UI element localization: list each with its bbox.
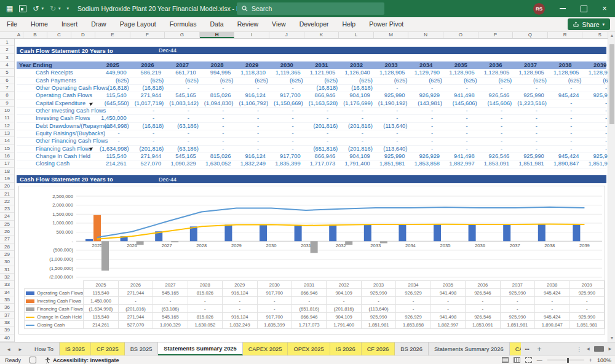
zoom-out-icon[interactable]: — — [537, 357, 542, 363]
cell[interactable]: 449,900 — [95, 69, 130, 76]
cell[interactable]: 994,995 — [200, 69, 235, 76]
column-header-P[interactable]: P — [478, 32, 514, 38]
cell[interactable]: 271,944 — [130, 152, 165, 160]
cell[interactable]: (625) — [582, 77, 608, 84]
menu-tab-insert[interactable]: Insert — [55, 17, 84, 31]
cell[interactable]: 945,424 — [548, 92, 583, 99]
cell[interactable]: (16,818) — [304, 84, 339, 92]
cell[interactable]: 1,791,400 — [339, 160, 374, 167]
column-header-A[interactable]: A — [15, 32, 23, 38]
cell[interactable]: 586,219 — [130, 69, 165, 76]
cell[interactable]: 1,851,981 — [582, 160, 608, 167]
cell[interactable]: (63,186) — [165, 145, 200, 152]
cell[interactable]: - — [130, 114, 165, 122]
cell[interactable]: 866,946 — [304, 92, 339, 99]
cell[interactable]: 1,129,790 — [408, 69, 443, 76]
cell[interactable]: - — [548, 100, 583, 107]
accessibility-status[interactable]: Accessibility: Investigate — [45, 357, 119, 363]
cell[interactable]: - — [165, 107, 200, 114]
cell[interactable]: (625) — [200, 77, 235, 84]
sheet-tab-opex-2025[interactable]: OPEX 2025 — [288, 342, 330, 355]
cell[interactable]: (625) — [165, 77, 200, 84]
cell[interactable]: (625) — [513, 77, 548, 84]
sheet-tab-capex-2025[interactable]: CAPEX 2025 — [243, 342, 288, 355]
cell[interactable]: - — [443, 107, 478, 114]
cell[interactable]: (16,818) — [130, 84, 165, 92]
cell[interactable]: 661,710 — [165, 69, 200, 76]
cell[interactable]: (1,094,830) — [200, 100, 235, 107]
cell[interactable]: 1,090,329 — [165, 160, 200, 167]
cell[interactable]: - — [165, 130, 200, 137]
cell[interactable]: - — [513, 137, 548, 144]
cell[interactable]: 1,128,905 — [478, 69, 514, 76]
cell[interactable]: 925,990 — [582, 152, 608, 160]
cell[interactable]: - — [582, 107, 608, 114]
cell[interactable]: 926,929 — [408, 92, 443, 99]
column-header-O[interactable]: O — [443, 32, 478, 38]
cell[interactable]: - — [269, 84, 304, 92]
column-header-F[interactable]: F — [130, 32, 165, 38]
sheet-tab-is-2025[interactable]: IS 2025 — [60, 342, 91, 355]
cell[interactable]: 926,546 — [478, 152, 514, 160]
cell[interactable]: - — [582, 114, 608, 122]
menu-tab-draw[interactable]: Draw — [84, 17, 113, 31]
more-sheets-button[interactable]: ••• — [521, 342, 533, 355]
cell[interactable]: 545,165 — [165, 92, 200, 99]
cell[interactable]: - — [408, 107, 443, 114]
cell[interactable]: - — [582, 84, 608, 92]
column-header-K[interactable]: K — [304, 32, 339, 38]
cell[interactable]: - — [443, 137, 478, 144]
customize-toolbar-icon[interactable]: ▾ — [67, 6, 69, 11]
cell[interactable]: (625) — [304, 77, 339, 84]
cell[interactable]: (625) — [443, 77, 478, 84]
cell[interactable]: (1,223,516) — [513, 100, 548, 107]
sheet-tab-cf-2025[interactable]: CF 2025 — [91, 342, 125, 355]
cell[interactable]: (1,190,192) — [374, 100, 409, 107]
scroll-down-icon[interactable]: ▼ — [608, 334, 615, 342]
cell[interactable]: 925,990 — [513, 92, 548, 99]
cash-flow-chart[interactable]: 2,500,0002,000,0001,500,0001,000,000500,… — [18, 186, 605, 334]
cell[interactable]: 925,990 — [374, 92, 409, 99]
cell[interactable]: (1,017,719) — [130, 100, 165, 107]
cell[interactable]: (625) — [408, 77, 443, 84]
cell[interactable]: (145,606) — [443, 100, 478, 107]
sheet-tab-capex-2026[interactable]: CAPEX 2026 — [510, 342, 521, 355]
cell[interactable]: 1,450,000 — [95, 114, 130, 122]
cell[interactable]: 916,124 — [234, 152, 269, 160]
cell[interactable]: - — [95, 107, 130, 114]
cell[interactable]: 1,126,040 — [339, 69, 374, 76]
cell[interactable]: - — [513, 122, 548, 130]
cell[interactable]: (1,163,528) — [304, 100, 339, 107]
cell[interactable]: - — [408, 130, 443, 137]
sheet-tab-bs-2026[interactable]: BS 2026 — [395, 342, 429, 355]
cell[interactable]: (16,818) — [130, 122, 165, 130]
cell[interactable]: 1,128,905 — [582, 69, 608, 76]
cell[interactable]: 1,128,905 — [443, 69, 478, 76]
macro-record-icon[interactable] — [30, 357, 36, 363]
cell[interactable]: (113,640) — [374, 122, 409, 130]
cell[interactable]: (625) — [374, 77, 409, 84]
cell[interactable]: (1,106,792) — [234, 100, 269, 107]
menu-tab-formulas[interactable]: Formulas — [163, 17, 204, 31]
zoom-level[interactable]: 100% — [597, 357, 611, 363]
page-layout-view-icon[interactable] — [514, 357, 520, 363]
cell[interactable]: - — [374, 137, 409, 144]
minimize-button[interactable] — [552, 0, 573, 17]
cell[interactable]: 1,853,858 — [408, 160, 443, 167]
menu-tab-power-pivot[interactable]: Power Pivot — [362, 17, 410, 31]
cell[interactable]: - — [339, 137, 374, 144]
cell[interactable]: 214,261 — [95, 160, 130, 167]
cell[interactable]: 545,165 — [165, 152, 200, 160]
restore-button[interactable] — [573, 0, 594, 17]
cell[interactable]: 1,119,365 — [269, 69, 304, 76]
cell[interactable]: 926,929 — [408, 152, 443, 160]
cell[interactable]: (1,176,699) — [339, 100, 374, 107]
cell[interactable]: - — [443, 84, 478, 92]
cell[interactable]: - — [548, 122, 583, 130]
cell[interactable]: (625) — [234, 77, 269, 84]
cell[interactable]: - — [513, 114, 548, 122]
cell[interactable]: 866,946 — [304, 152, 339, 160]
column-header-M[interactable]: M — [374, 32, 409, 38]
cell[interactable]: - — [582, 122, 608, 130]
cell[interactable]: - — [548, 130, 583, 137]
